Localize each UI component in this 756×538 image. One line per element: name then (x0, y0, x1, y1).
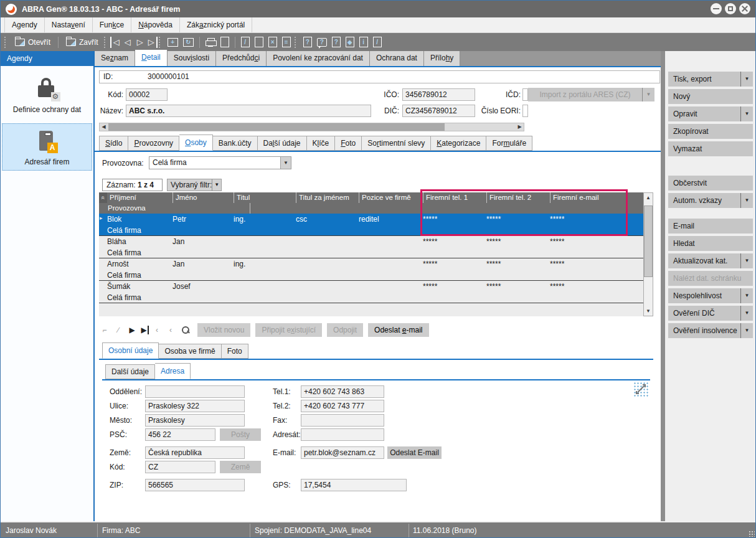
column-titul[interactable]: Titul (234, 192, 296, 203)
column-jmeno[interactable]: Jméno (172, 192, 234, 203)
next-record-icon[interactable]: ▷ (134, 37, 146, 48)
autom-vzkazy-button[interactable]: Autom. vzkazy▼ (668, 193, 753, 208)
vymazat-button[interactable]: Vymazat (668, 141, 753, 156)
horizontal-scrollbar[interactable]: ◀ ▶ (99, 123, 524, 131)
chevron-down-icon[interactable]: ▼ (740, 253, 753, 268)
novy-button[interactable]: Nový (668, 89, 753, 104)
table-row[interactable]: Šumák Josef ***** ***** ***** Celá firma (99, 281, 643, 303)
tab-detail[interactable]: Detail (135, 50, 168, 66)
menu-nastaveni[interactable]: Nastavení (45, 17, 93, 32)
ulice-field[interactable] (145, 400, 245, 412)
table-row[interactable]: Bláha Jan ***** ***** ***** Celá firma (99, 236, 643, 258)
zip-field[interactable] (145, 479, 245, 491)
selected-filter-button[interactable]: Vybraný filtr: ▼ (167, 179, 222, 191)
column-pozice-ve-firme[interactable]: Pozice ve firmě (359, 192, 423, 203)
adresat-field[interactable] (301, 428, 384, 441)
tab-kategorizace[interactable]: Kategorizace (431, 136, 486, 151)
maximize-button[interactable] (725, 3, 736, 14)
email-button[interactable]: E-mail (668, 219, 753, 234)
print-icon[interactable] (206, 38, 215, 47)
icd-field[interactable] (522, 88, 528, 101)
tree-prev-icon[interactable]: ∕ (113, 326, 124, 334)
chevron-down-icon[interactable]: ▼ (212, 179, 221, 191)
tab-seznam[interactable]: Seznam (95, 51, 135, 66)
expand-panel-icon[interactable] (633, 382, 648, 397)
open-agenda-button[interactable]: Otevřít (11, 35, 55, 50)
tab-adresa[interactable]: Adresa (155, 363, 191, 379)
posty-button[interactable]: Pošty (220, 428, 261, 441)
chevron-down-icon[interactable]: ▼ (280, 157, 291, 169)
eori-field[interactable] (522, 105, 528, 117)
odeslat-email-form-button[interactable]: Odeslat E-mail (387, 446, 442, 459)
tab-formulare[interactable]: Formuláře (486, 136, 532, 151)
tab-osoba-ve-firme[interactable]: Osoba ve firmě (159, 344, 221, 359)
tel1-field[interactable] (301, 385, 384, 398)
tab-sidlo[interactable]: Sídlo (99, 136, 128, 151)
chevron-down-icon[interactable]: ▼ (740, 288, 753, 303)
tab-dalsi-udaje[interactable]: Další údaje (258, 136, 307, 151)
about-icon[interactable]: i (359, 37, 368, 47)
delete-document-icon[interactable]: × (268, 37, 277, 47)
pripojit-existujici-button[interactable]: Připojit existující (255, 323, 322, 337)
aktualizovat-kat-button[interactable]: Aktualizovat kat.▼ (668, 253, 753, 268)
nespolehlivost-button[interactable]: Nespolehlivost▼ (668, 288, 753, 303)
new-document-icon[interactable] (220, 37, 229, 47)
email-field[interactable] (301, 446, 384, 459)
odeslat-email-button[interactable]: Odeslat e-mail (368, 323, 428, 337)
zeme-field[interactable] (145, 446, 245, 459)
menu-napoveda[interactable]: Nápověda (131, 17, 180, 32)
preview-document-icon[interactable]: ≡ (282, 37, 291, 47)
oddeleni-field[interactable] (145, 385, 245, 398)
nalezt-dat-schranku-button[interactable]: Nalézt dat. schránku (668, 271, 753, 286)
context-help-icon[interactable]: ? (317, 38, 327, 47)
tab-osobni-udaje[interactable]: Osobní údaje (102, 342, 159, 359)
tab-dalsi-udaje-person[interactable]: Další údaje (105, 364, 155, 379)
overeni-insolvence-button[interactable]: Ověření insolvence▼ (668, 323, 753, 338)
toolbar-grip[interactable] (4, 37, 7, 48)
overeni-dic-button[interactable]: Ověření DIČ▼ (668, 306, 753, 321)
obcerstvit-button[interactable]: Občerstvit (668, 176, 753, 191)
scrollbar-thumb[interactable] (108, 123, 445, 131)
toolbar-grip[interactable] (104, 37, 106, 48)
scroll-down-icon[interactable]: ▼ (644, 306, 653, 316)
odpojit-button[interactable]: Odpojit (327, 323, 363, 337)
ares-import-button[interactable]: Import z portálu ARES (CZ) ▼ (528, 88, 654, 101)
tab-ochrana-dat[interactable]: Ochrana dat (370, 51, 424, 66)
edit-document-icon[interactable]: / (241, 37, 250, 47)
tab-sortimentni-slevy[interactable]: Sortimentní slevy (362, 136, 431, 151)
psc-field[interactable] (145, 428, 215, 441)
tab-bank-ucty[interactable]: Bank.účty (213, 136, 258, 151)
tab-foto-person[interactable]: Foto (222, 344, 248, 359)
chevron-down-icon[interactable]: ▼ (642, 88, 654, 101)
column-firemni-email[interactable]: Firemní e-mail (550, 192, 643, 203)
chevron-down-icon[interactable]: ▼ (740, 106, 753, 121)
kod-zeme-field[interactable] (145, 461, 215, 473)
first-record-icon[interactable]: ◁ (110, 37, 121, 48)
column-firemni-tel-1[interactable]: Firemní tel. 1 (423, 192, 486, 203)
minimize-button[interactable] (711, 3, 722, 14)
zkopirovat-button[interactable]: Zkopírovat (668, 124, 753, 139)
scroll-left-icon[interactable]: ◀ (100, 123, 108, 131)
resize-grip[interactable] (749, 531, 755, 537)
provozovna-combobox[interactable]: Celá firma ▼ (149, 156, 291, 169)
last-record-icon[interactable]: ▷ (146, 37, 158, 48)
close-button[interactable] (739, 3, 750, 14)
previous-record-icon[interactable]: ◁ (121, 37, 134, 48)
tab-prilohy[interactable]: Přílohy (424, 51, 460, 66)
menu-zakaznicky-portal[interactable]: Zákaznický portál (180, 17, 252, 32)
tab-povoleni[interactable]: Povolení ke zpracování dat (267, 51, 370, 66)
scroll-up-icon[interactable]: ▲ (644, 193, 653, 202)
collapse-icon[interactable]: ‹ (151, 326, 163, 334)
mesto-field[interactable] (145, 414, 245, 427)
sort-marker-icon[interactable]: « (99, 192, 107, 203)
zeme-button[interactable]: Země (220, 461, 261, 473)
help-icon[interactable]: ? (303, 37, 312, 47)
vlozit-novou-button[interactable]: Vložit novou (197, 323, 250, 337)
tab-predchudci[interactable]: Předchůdci (216, 51, 267, 66)
vertical-scrollbar[interactable]: ▲ ▼ (643, 192, 653, 316)
menu-agendy[interactable]: Agendy (4, 17, 45, 32)
scrollbar-thumb[interactable] (644, 205, 653, 277)
related-help-icon[interactable]: ◆ (346, 37, 354, 47)
tab-souvislosti[interactable]: Souvislosti (168, 51, 216, 66)
next-person-icon[interactable]: ▶ (126, 326, 138, 334)
